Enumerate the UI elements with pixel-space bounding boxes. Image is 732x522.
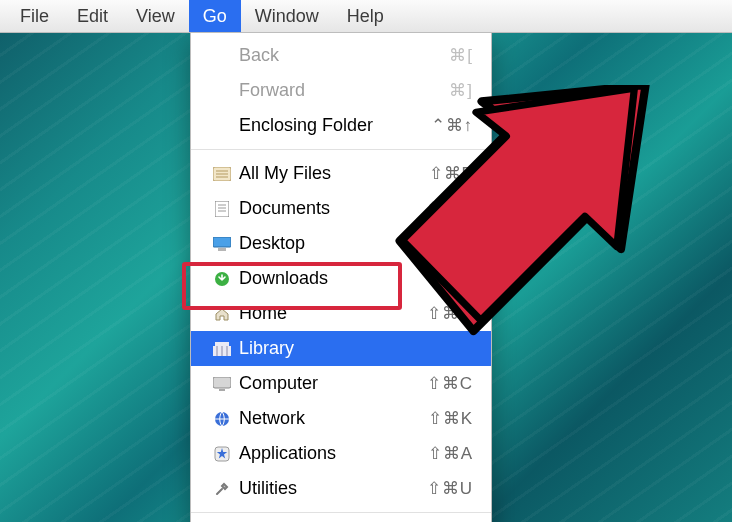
menu-item-documents[interactable]: Documents ⇧⌘O	[191, 191, 491, 226]
menu-item-utilities-label: Utilities	[239, 478, 407, 499]
spacer-icon	[211, 117, 233, 135]
menu-item-documents-shortcut: ⇧⌘O	[407, 198, 473, 219]
menu-item-all-my-files-shortcut: ⇧⌘F	[407, 163, 473, 184]
menu-item-applications-label: Applications	[239, 443, 407, 464]
library-icon	[211, 340, 233, 358]
menu-item-back: Back ⌘[	[191, 38, 491, 73]
menu-item-library[interactable]: Library	[191, 331, 491, 366]
menu-item-forward-shortcut: ⌘]	[407, 80, 473, 101]
menu-window-label: Window	[255, 6, 319, 27]
menu-file[interactable]: File	[6, 0, 63, 32]
menu-bar: File Edit View Go Window Help	[0, 0, 732, 33]
menu-item-all-my-files-label: All My Files	[239, 163, 407, 184]
menu-item-computer-label: Computer	[239, 373, 407, 394]
menu-item-library-label: Library	[239, 338, 407, 359]
desktop-icon	[211, 235, 233, 253]
menu-help[interactable]: Help	[333, 0, 398, 32]
svg-rect-4	[215, 201, 229, 217]
menu-item-enclosing-folder-shortcut: ⌃⌘↑	[407, 115, 473, 136]
menu-item-home[interactable]: Home ⇧⌘H	[191, 296, 491, 331]
menu-separator	[191, 149, 491, 150]
svg-rect-17	[219, 389, 225, 391]
menu-item-enclosing-folder-label: Enclosing Folder	[239, 115, 407, 136]
menu-item-all-my-files[interactable]: All My Files ⇧⌘F	[191, 156, 491, 191]
menu-item-utilities[interactable]: Utilities ⇧⌘U	[191, 471, 491, 506]
menu-item-applications-shortcut: ⇧⌘A	[407, 443, 473, 464]
menu-help-label: Help	[347, 6, 384, 27]
menu-item-home-shortcut: ⇧⌘H	[407, 303, 473, 324]
go-dropdown-menu: Back ⌘[ Forward ⌘] Enclosing Folder ⌃⌘↑ …	[190, 32, 492, 522]
menu-item-network[interactable]: Network ⇧⌘K	[191, 401, 491, 436]
menu-item-utilities-shortcut: ⇧⌘U	[407, 478, 473, 499]
svg-rect-16	[213, 377, 231, 388]
menu-item-forward-label: Forward	[239, 80, 407, 101]
menu-item-documents-label: Documents	[239, 198, 407, 219]
menu-item-desktop[interactable]: Desktop ⇧⌘D	[191, 226, 491, 261]
menu-go-label: Go	[203, 6, 227, 27]
utilities-icon	[211, 480, 233, 498]
home-icon	[211, 305, 233, 323]
menu-edit[interactable]: Edit	[63, 0, 122, 32]
menu-item-network-label: Network	[239, 408, 407, 429]
applications-icon	[211, 445, 233, 463]
menu-item-applications[interactable]: Applications ⇧⌘A	[191, 436, 491, 471]
menu-go[interactable]: Go	[189, 0, 241, 32]
menu-item-desktop-shortcut: ⇧⌘D	[407, 233, 473, 254]
menu-item-downloads-label: Downloads	[239, 268, 407, 289]
svg-rect-12	[215, 342, 229, 346]
computer-icon	[211, 375, 233, 393]
downloads-icon	[211, 270, 233, 288]
menu-item-back-shortcut: ⌘[	[407, 45, 473, 66]
menu-window[interactable]: Window	[241, 0, 333, 32]
menu-edit-label: Edit	[77, 6, 108, 27]
menu-item-back-label: Back	[239, 45, 407, 66]
menu-item-computer-shortcut: ⇧⌘C	[407, 373, 473, 394]
svg-rect-8	[213, 237, 231, 247]
menu-separator	[191, 512, 491, 513]
desktop: File Edit View Go Window Help Back ⌘[ Fo…	[0, 0, 732, 522]
menu-item-enclosing-folder[interactable]: Enclosing Folder ⌃⌘↑	[191, 108, 491, 143]
svg-rect-9	[218, 248, 226, 251]
menu-item-desktop-label: Desktop	[239, 233, 407, 254]
spacer-icon	[211, 47, 233, 65]
menu-view[interactable]: View	[122, 0, 189, 32]
menu-item-home-label: Home	[239, 303, 407, 324]
menu-item-forward: Forward ⌘]	[191, 73, 491, 108]
spacer-icon	[211, 82, 233, 100]
menu-item-computer[interactable]: Computer ⇧⌘C	[191, 366, 491, 401]
menu-item-network-shortcut: ⇧⌘K	[407, 408, 473, 429]
menu-view-label: View	[136, 6, 175, 27]
menu-file-label: File	[20, 6, 49, 27]
all-my-files-icon	[211, 165, 233, 183]
network-icon	[211, 410, 233, 428]
documents-icon	[211, 200, 233, 218]
menu-item-downloads[interactable]: Downloads ⌥⌘L	[191, 261, 491, 296]
menu-item-downloads-shortcut: ⌥⌘L	[407, 268, 473, 289]
